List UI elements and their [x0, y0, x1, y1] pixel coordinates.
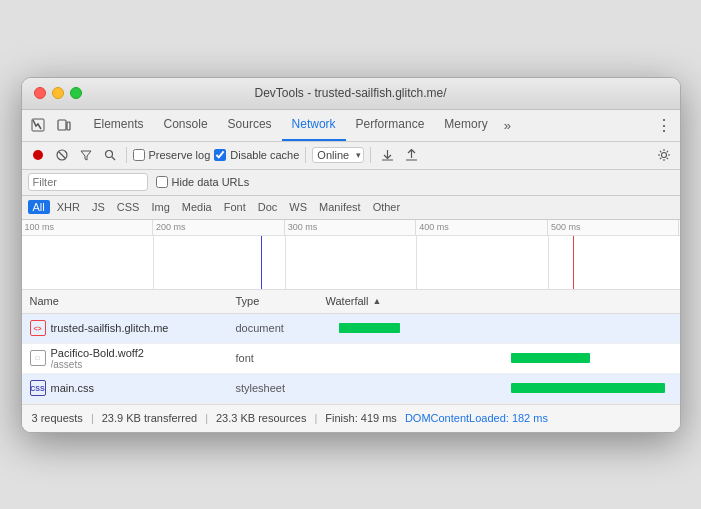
timeline-chart	[22, 236, 680, 290]
table-row[interactable]: CSS main.css stylesheet	[22, 374, 680, 404]
status-requests: 3 requests	[32, 412, 83, 424]
filter-type-all[interactable]: All	[28, 200, 50, 214]
tick-500ms: 500 ms	[548, 220, 680, 235]
tab-performance[interactable]: Performance	[346, 109, 435, 141]
tabs-row: Elements Console Sources Network Perform…	[22, 110, 680, 142]
export-har-button[interactable]	[401, 145, 421, 165]
filter-input[interactable]	[28, 173, 148, 191]
filter-type-font[interactable]: Font	[219, 200, 251, 214]
filter-types-row: All XHR JS CSS Img Media Font Doc WS Man…	[22, 196, 680, 220]
filter-button[interactable]	[76, 145, 96, 165]
table-header: Name Type Waterfall ▲	[22, 290, 680, 314]
row-name-stack-2: main.css	[51, 382, 94, 394]
tab-elements[interactable]: Elements	[84, 109, 154, 141]
preserve-log-label[interactable]: Preserve log	[133, 149, 211, 161]
tick-100ms: 100 ms	[22, 220, 154, 235]
tab-console[interactable]: Console	[154, 109, 218, 141]
minimize-button[interactable]	[52, 87, 64, 99]
divider-2	[305, 147, 306, 163]
svg-point-3	[33, 150, 43, 160]
hide-data-urls-text: Hide data URLs	[172, 176, 250, 188]
status-sep-3: |	[314, 412, 317, 424]
filter-type-xhr[interactable]: XHR	[52, 200, 85, 214]
svg-rect-1	[58, 120, 66, 130]
tabs-more-button[interactable]: »	[500, 118, 515, 133]
tab-memory[interactable]: Memory	[434, 109, 497, 141]
online-select[interactable]: Online	[312, 147, 364, 163]
tab-network[interactable]: Network	[282, 109, 346, 141]
filter-type-img[interactable]: Img	[146, 200, 174, 214]
waterfall-label: Waterfall	[326, 295, 369, 307]
vline-200	[285, 236, 286, 290]
finish-line	[573, 236, 574, 290]
filter-type-ws[interactable]: WS	[284, 200, 312, 214]
status-transferred: 23.9 KB transferred	[102, 412, 197, 424]
timeline-row: 100 ms 200 ms 300 ms 400 ms 500 ms	[22, 220, 680, 290]
devtools-body: Elements Console Sources Network Perform…	[22, 110, 680, 432]
close-button[interactable]	[34, 87, 46, 99]
header-waterfall[interactable]: Waterfall ▲	[322, 295, 680, 307]
wf-bar-2	[511, 383, 665, 393]
divider-3	[370, 147, 371, 163]
dcl-line	[261, 236, 262, 290]
filter-type-js[interactable]: JS	[87, 200, 110, 214]
header-type[interactable]: Type	[232, 295, 322, 307]
tick-200ms: 200 ms	[153, 220, 285, 235]
header-name[interactable]: Name	[22, 295, 232, 307]
status-dcl: DOMContentLoaded: 182 ms	[405, 412, 548, 424]
tab-sources[interactable]: Sources	[218, 109, 282, 141]
filter-type-doc[interactable]: Doc	[253, 200, 283, 214]
row-waterfall-2	[322, 373, 680, 403]
hide-data-urls-checkbox[interactable]	[156, 176, 168, 188]
record-button[interactable]	[28, 145, 48, 165]
vline-100	[153, 236, 154, 290]
row-subpath-1: /assets	[51, 359, 144, 370]
row-name-2: CSS main.css	[22, 380, 232, 396]
svg-line-7	[112, 157, 115, 160]
svg-point-6	[105, 151, 112, 158]
status-finish: Finish: 419 ms	[325, 412, 397, 424]
clear-button[interactable]	[52, 145, 72, 165]
inspect-icon[interactable]	[26, 113, 50, 137]
traffic-lights	[34, 87, 82, 99]
fullscreen-button[interactable]	[70, 87, 82, 99]
device-icon[interactable]	[52, 113, 76, 137]
filter-type-other[interactable]: Other	[368, 200, 406, 214]
filter-type-css[interactable]: CSS	[112, 200, 145, 214]
tick-400ms: 400 ms	[416, 220, 548, 235]
row-name-stack-0: trusted-sailfish.glitch.me	[51, 322, 169, 334]
search-button[interactable]	[100, 145, 120, 165]
row-name-0: <> trusted-sailfish.glitch.me	[22, 320, 232, 336]
devtools-menu-button[interactable]: ⋮	[652, 116, 676, 135]
table-row[interactable]: <> trusted-sailfish.glitch.me document	[22, 314, 680, 344]
table-body: <> trusted-sailfish.glitch.me document □…	[22, 314, 680, 404]
filter-type-manifest[interactable]: Manifest	[314, 200, 366, 214]
import-har-button[interactable]	[377, 145, 397, 165]
row-filename-1: Pacifico-Bold.woff2	[51, 347, 144, 359]
disable-cache-label[interactable]: Disable cache	[214, 149, 299, 161]
row-name-1: □ Pacifico-Bold.woff2 /assets	[22, 347, 232, 370]
timeline-ruler: 100 ms 200 ms 300 ms 400 ms 500 ms	[22, 220, 680, 236]
sort-arrow-icon: ▲	[373, 296, 382, 306]
disable-cache-checkbox[interactable]	[214, 149, 226, 161]
vline-400	[548, 236, 549, 290]
status-bar: 3 requests | 23.9 KB transferred | 23.3 …	[22, 404, 680, 432]
preserve-log-checkbox[interactable]	[133, 149, 145, 161]
online-wrapper: Online	[312, 147, 364, 163]
row-icon-css: CSS	[30, 380, 46, 396]
row-type-1: font	[232, 352, 322, 364]
row-name-stack-1: Pacifico-Bold.woff2 /assets	[51, 347, 144, 370]
row-filename-0: trusted-sailfish.glitch.me	[51, 322, 169, 334]
settings-button[interactable]	[654, 145, 674, 165]
filter-type-media[interactable]: Media	[177, 200, 217, 214]
row-type-0: document	[232, 322, 322, 334]
row-type-2: stylesheet	[232, 382, 322, 394]
row-waterfall-1	[322, 343, 680, 373]
row-waterfall-0	[322, 313, 680, 343]
table-row[interactable]: □ Pacifico-Bold.woff2 /assets font	[22, 344, 680, 374]
row-filename-2: main.css	[51, 382, 94, 394]
preserve-log-text: Preserve log	[149, 149, 211, 161]
hide-data-urls-label[interactable]: Hide data URLs	[156, 176, 250, 188]
divider-1	[126, 147, 127, 163]
svg-point-10	[661, 153, 666, 158]
